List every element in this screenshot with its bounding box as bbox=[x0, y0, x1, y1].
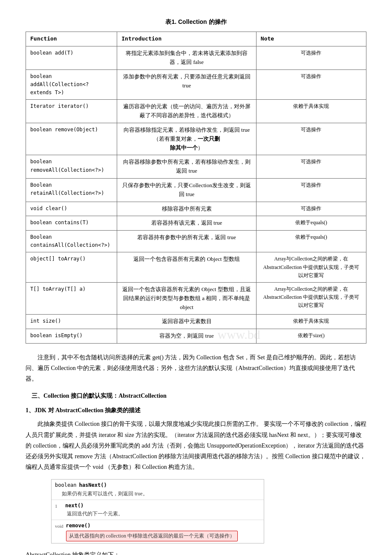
cell-note: 依赖于equals() bbox=[256, 216, 366, 231]
code-keyword: boolean bbox=[55, 481, 77, 489]
cell-intro: 若容器持有参数中的所有元素，返回 true bbox=[117, 231, 257, 252]
sub-title: 1、JDK 对 AbstractCollection 抽象类的描述 bbox=[26, 406, 366, 415]
cell-note: 可选操作 bbox=[256, 178, 366, 202]
table-row: object[] toArray() 返回一个包含容器所有元素的 Object … bbox=[26, 252, 366, 283]
cell-note: 可选操作 bbox=[256, 202, 366, 216]
cell-function: boolean isEmpty() bbox=[26, 329, 117, 344]
cell-intro: 返回容器中元素数目 bbox=[117, 315, 257, 329]
collection-table: Function Introduction Note boolean add(T… bbox=[26, 32, 366, 344]
cell-function: boolean add(T) bbox=[26, 46, 117, 70]
table-row: booleanremoveAll(Collection<?>) 向容器移除参数中… bbox=[26, 155, 366, 179]
cell-intro: 若容器持有该元素，返回 true bbox=[117, 216, 257, 231]
col-note: Note bbox=[256, 32, 366, 46]
line-num-remove: void bbox=[55, 522, 63, 541]
table-row: boolean isEmpty() 容器为空，则返回 true www.bd 依… bbox=[26, 329, 366, 344]
cell-intro: 移除容器中所有元素 bbox=[117, 202, 257, 216]
cell-note: Array与Collection之间的桥梁，在 AbstractCollecti… bbox=[256, 283, 366, 315]
section-title: 三、Collection 接口的默认实现：AbstractCollection bbox=[26, 391, 366, 401]
table-row: booleanaddAll(Collection<? extends T>) 添… bbox=[26, 69, 366, 100]
cell-note: 可选操作 bbox=[256, 69, 366, 100]
cell-function: booleanremoveAll(Collection<?>) bbox=[26, 155, 117, 179]
col-introduction: Introduction bbox=[117, 32, 257, 46]
cell-intro: 向容器移除指定元素，若移除动作发生，则返回 true（若有重复对象，一次只删除其… bbox=[117, 123, 257, 155]
table-row: BooleanretainAll(Collection<?>) 只保存参数中的元… bbox=[26, 178, 366, 202]
table-row: void clear() 移除容器中所有元素 可选操作 bbox=[26, 202, 366, 216]
table-row: boolean contains(T) 若容器持有该元素，返回 true 依赖于… bbox=[26, 216, 366, 231]
table-row: Iterator iterator() 遍历容器中的元素（统一的访问、遍历方法，… bbox=[26, 100, 366, 123]
page-title: 表1. Collection 的操作 bbox=[26, 17, 366, 26]
table-row: BooleancontainsAll(Collection<?>) 若容器持有参… bbox=[26, 231, 366, 252]
code-row-remove: void remove() 从迭代器指向的 collection 中移除迭代器返… bbox=[52, 520, 264, 543]
cell-function: booleanaddAll(Collection<? extends T>) bbox=[26, 69, 117, 100]
code-row-next: 1 next() 返回迭代的下一个元素。 bbox=[52, 500, 264, 520]
cell-intro: 只保存参数中的元素，只要Collection发生改变，则返回 true bbox=[117, 178, 257, 202]
cell-function: void clear() bbox=[26, 202, 117, 216]
cell-note: 依赖于equals() bbox=[256, 231, 366, 252]
code-desc-next: 返回迭代的下一个元素。 bbox=[65, 510, 260, 518]
cell-note: 可选操作 bbox=[256, 155, 366, 179]
paragraph-2: 此抽象类提供 Collection 接口的骨干实现，以最大限度地减少实现此接口所… bbox=[26, 419, 366, 472]
cell-function: T[] toArray(T[] a) bbox=[26, 283, 117, 315]
final-text: AbstractCollection 抽象类定义如下： bbox=[26, 550, 366, 555]
code-row-hasnext: boolean hasNext() 如果仍有元素可以迭代，则返回 true。 bbox=[52, 480, 264, 500]
cell-intro: 将指定元素添加到集合中，若未将该元素添加到容器，返回 false bbox=[117, 46, 257, 70]
table-row: int size() 返回容器中元素数目 依赖于具体实现 bbox=[26, 315, 366, 329]
cell-note: 依赖于size() bbox=[256, 329, 366, 344]
cell-note: Array与Collection之间的桥梁，在 AbstractCollecti… bbox=[256, 252, 366, 283]
cell-note: 可选操作 bbox=[256, 123, 366, 155]
cell-note: 依赖于具体实现 bbox=[256, 100, 366, 123]
table-row: boolean remove(Object) 向容器移除指定元素，若移除动作发生… bbox=[26, 123, 366, 155]
cell-note: 可选操作 bbox=[256, 46, 366, 70]
cell-intro: 添加参数中的所有元素，只要添加进任意元素则返回 true bbox=[117, 69, 257, 100]
code-method-remove: remove() bbox=[66, 522, 260, 530]
cell-function: BooleanretainAll(Collection<?>) bbox=[26, 178, 117, 202]
cell-intro: 容器为空，则返回 true www.bd bbox=[117, 329, 257, 344]
paragraph-1: 注意到，其中不包含随机访问所选择的元素 get() 方法，因为 Collecti… bbox=[26, 352, 366, 384]
cell-intro: 返回一个包含容器所有元素的 Object 型数组 bbox=[117, 252, 257, 283]
table-row: T[] toArray(T[] a) 返回一个包含该容器所有元素的 Object… bbox=[26, 283, 366, 315]
cell-function: Iterator iterator() bbox=[26, 100, 117, 123]
line-num-next: 1 bbox=[55, 502, 63, 518]
code-desc-hasnext: 如果仍有元素可以迭代，则返回 true。 bbox=[55, 490, 260, 498]
cell-intro: 遍历容器中的元素（统一的访问、遍历方法，对外屏蔽了不同容器的差异性，迭代器模式） bbox=[117, 100, 257, 123]
cell-intro: 返回一个包含该容器所有元素的 Object 型数组，且返回结果的运行时类型与参数… bbox=[117, 283, 257, 315]
table-row: boolean add(T) 将指定元素添加到集合中，若未将该元素添加到容器，返… bbox=[26, 46, 366, 70]
col-function: Function bbox=[26, 32, 117, 46]
cell-function: object[] toArray() bbox=[26, 252, 117, 283]
cell-function: BooleancontainsAll(Collection<?>) bbox=[26, 231, 117, 252]
cell-note: 依赖于具体实现 bbox=[256, 315, 366, 329]
code-method-hasnext: hasNext() bbox=[79, 481, 107, 489]
code-desc-remove-highlighted: 从迭代器指向的 collection 中移除迭代器返回的最后一个元素（可选操作） bbox=[66, 531, 238, 541]
cell-function: int size() bbox=[26, 315, 117, 329]
code-method-next: next() bbox=[65, 502, 260, 510]
cell-function: boolean remove(Object) bbox=[26, 123, 117, 155]
code-block: boolean hasNext() 如果仍有元素可以迭代，则返回 true。 1… bbox=[51, 479, 264, 543]
cell-function: boolean contains(T) bbox=[26, 216, 117, 231]
cell-intro: 向容器移除参数中所有元素，若有移除动作发生，则返回 true bbox=[117, 155, 257, 179]
